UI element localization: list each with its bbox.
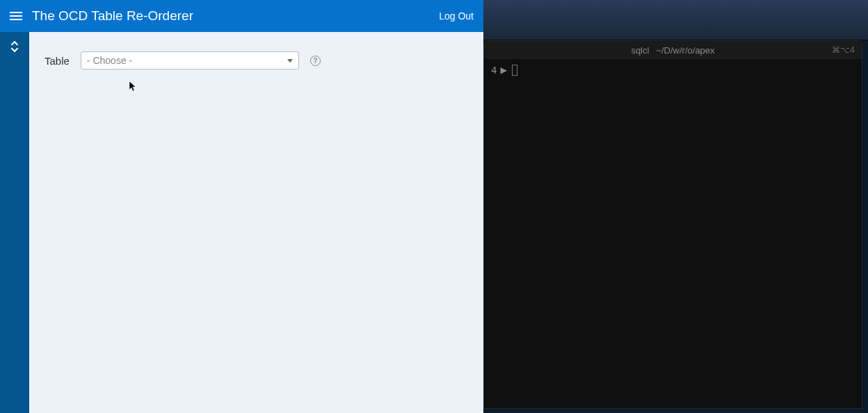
table-form-row: Table - Choose - ? (45, 51, 483, 70)
main-content: Table - Choose - ? (29, 32, 483, 413)
logout-link[interactable]: Log Out (439, 10, 474, 22)
desktop-wallpaper (483, 0, 868, 40)
terminal-app-name: sqlcl (631, 45, 649, 56)
sidebar-rail (0, 32, 29, 413)
app-pane: The OCD Table Re-Orderer Log Out Table -… (0, 0, 483, 413)
header-bar: The OCD Table Re-Orderer Log Out (0, 0, 483, 32)
terminal-cursor (512, 65, 517, 76)
terminal-shortcut-hint: ⌘⌥4 (832, 45, 855, 55)
prompt-arrow-icon: ▶ (500, 63, 507, 76)
terminal-body[interactable]: 4 ▶ (484, 59, 862, 81)
expand-collapse-icon[interactable] (8, 40, 21, 53)
terminal-path: ~/D/w/r/o/apex (656, 45, 714, 56)
prompt-number: 4 (491, 65, 497, 76)
terminal-window[interactable]: sqlcl ~/D/w/r/o/apex ⌘⌥4 4 ▶ (483, 40, 862, 409)
terminal-prompt: 4 ▶ (491, 63, 855, 76)
desktop-pane: sqlcl ~/D/w/r/o/apex ⌘⌥4 4 ▶ (483, 0, 868, 413)
body-wrap: Table - Choose - ? (0, 32, 483, 413)
mouse-cursor-icon (129, 81, 138, 92)
table-label: Table (45, 55, 70, 67)
table-select-placeholder: - Choose - (87, 55, 287, 66)
table-select[interactable]: - Choose - (81, 51, 299, 70)
terminal-titlebar: sqlcl ~/D/w/r/o/apex ⌘⌥4 (484, 41, 862, 59)
chevron-down-icon (287, 59, 293, 63)
app-title: The OCD Table Re-Orderer (32, 8, 439, 24)
help-icon[interactable]: ? (310, 56, 321, 66)
hamburger-menu-icon[interactable] (10, 10, 22, 22)
